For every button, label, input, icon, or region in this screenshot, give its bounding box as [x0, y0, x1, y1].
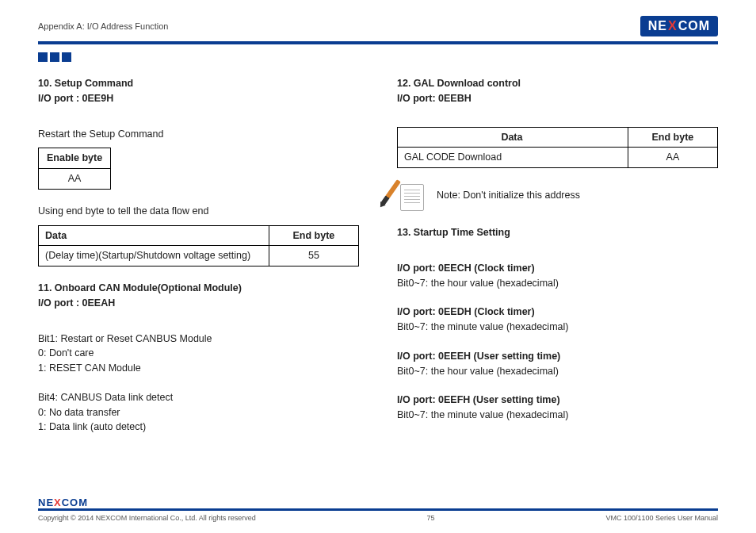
footer-divider	[38, 508, 718, 511]
header-divider	[38, 41, 718, 44]
enable-byte-value: AA	[39, 169, 111, 190]
gal-endbyte-header: End byte	[628, 127, 717, 148]
section-10-port: I/O port : 0EE9H	[38, 91, 359, 106]
breadcrumb: Appendix A: I/O Address Function	[38, 21, 168, 31]
bit1-zero: 0: Don't care	[38, 346, 359, 361]
right-column: 12. GAL Download control I/O port: 0EEBH…	[397, 76, 718, 435]
port-0eefh-body: Bit0~7: the minute value (hexadecimal)	[397, 408, 718, 423]
gal-data-header: Data	[398, 127, 628, 148]
port-0eeeh-header: I/O port: 0EEEH (User setting time)	[397, 349, 718, 364]
section-12-port: I/O port: 0EEBH	[397, 91, 718, 106]
section-10-title: 10. Setup Command	[38, 76, 359, 91]
port-0eech-body: Bit0~7: the hour value (hexadecimal)	[397, 276, 718, 291]
gal-data-cell: GAL CODE Download	[398, 148, 628, 168]
bit4-line: Bit4: CANBUS Data link detect	[38, 390, 359, 405]
section-11-title: 11. Onboard CAN Module(Optional Module)	[38, 281, 359, 296]
note-icon	[397, 179, 427, 211]
note-text: Note: Don't initialize this address	[437, 188, 580, 203]
port-0eedh-body: Bit0~7: the minute value (hexadecimal)	[397, 320, 718, 335]
bit1-one: 1: RESET CAN Module	[38, 361, 359, 376]
endbyte-intro: Using end byte to tell the data flow end	[38, 204, 359, 219]
port-0eech-header: I/O port: 0EECH (Clock timer)	[397, 261, 718, 276]
copyright: Copyright © 2014 NEXCOM International Co…	[38, 514, 256, 522]
data-cell: (Delay time)(Startup/Shutdown voltage se…	[39, 246, 269, 266]
page-number: 75	[256, 514, 606, 522]
nexcom-logo: NEXCOM	[640, 16, 718, 36]
enable-byte-table: Enable byte AA	[38, 148, 111, 190]
footer-logo: NEXCOM	[38, 497, 718, 508]
col-endbyte-header: End byte	[269, 225, 358, 246]
bit4-one: 1: Data link (auto detect)	[38, 420, 359, 435]
endbyte-cell: 55	[269, 246, 358, 266]
port-0eeeh-body: Bit0~7: the hour value (hexadecimal)	[397, 364, 718, 379]
restart-command-line: Restart the Setup Command	[38, 127, 359, 142]
bit1-line: Bit1: Restart or Reset CANBUS Module	[38, 332, 359, 347]
section-12-title: 12. GAL Download control	[397, 76, 718, 91]
manual-title: VMC 100/1100 Series User Manual	[605, 514, 718, 522]
data-endbyte-table: Data End byte (Delay time)(Startup/Shutd…	[38, 225, 359, 267]
gal-table: Data End byte GAL CODE Download AA	[397, 127, 718, 169]
left-column: 10. Setup Command I/O port : 0EE9H Resta…	[38, 76, 359, 435]
port-0eefh-header: I/O port: 0EEFH (User setting time)	[397, 393, 718, 408]
bit4-zero: 0: No data transfer	[38, 405, 359, 420]
section-13-title: 13. Startup Time Setting	[397, 225, 718, 240]
decorative-squares	[38, 52, 718, 62]
footer: NEXCOM Copyright © 2014 NEXCOM Internati…	[38, 497, 718, 522]
gal-endbyte-cell: AA	[628, 148, 717, 168]
note-row: Note: Don't initialize this address	[397, 179, 718, 211]
enable-byte-header: Enable byte	[39, 148, 111, 169]
port-0eedh-header: I/O port: 0EEDH (Clock timer)	[397, 305, 718, 320]
col-data-header: Data	[39, 225, 269, 246]
section-11-port: I/O port : 0EEAH	[38, 296, 359, 311]
